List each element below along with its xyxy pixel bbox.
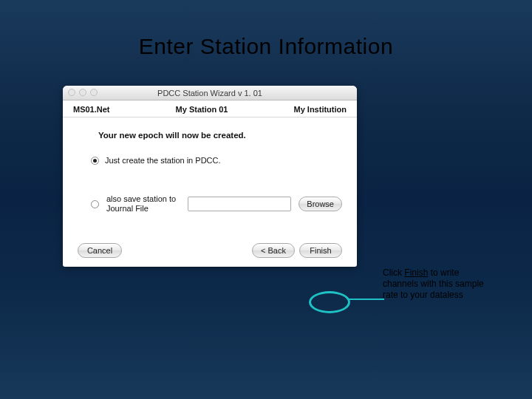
footer-row: Cancel < Back Finish [78, 243, 342, 258]
header-row: MS01.Net My Station 01 My Institution [63, 100, 357, 117]
callout-line [349, 299, 384, 300]
finish-button[interactable]: Finish [299, 243, 342, 258]
option-create-only-label: Just create the station in PDCC. [105, 156, 221, 165]
wizard-window: PDCC Station Wizard v 1. 01 MS01.Net My … [63, 86, 357, 267]
annotation-text: Click Finish to write channels with this… [383, 267, 486, 301]
header-institution: My Institution [294, 105, 347, 114]
minimize-icon[interactable] [79, 89, 86, 96]
anno-pre: Click [383, 267, 404, 278]
radio-icon[interactable] [91, 200, 99, 208]
header-network: MS01.Net [73, 105, 110, 114]
option-save-journal[interactable]: also save station to Journal File Browse [91, 194, 342, 214]
close-icon[interactable] [68, 89, 75, 96]
journal-path-field[interactable] [188, 197, 291, 211]
option-save-journal-label: also save station to Journal File [106, 194, 180, 214]
zoom-icon[interactable] [90, 89, 98, 96]
option-create-only[interactable]: Just create the station in PDCC. [91, 156, 342, 165]
slide-title: Enter Station Information [0, 0, 532, 59]
radio-icon[interactable] [91, 157, 99, 165]
back-button[interactable]: < Back [252, 243, 295, 258]
header-station: My Station 01 [176, 105, 228, 114]
window-titlebar: PDCC Station Wizard v 1. 01 [63, 86, 357, 100]
window-body: Your new epoch will now be created. Just… [63, 117, 357, 267]
traffic-lights [68, 89, 98, 96]
window-title: PDCC Station Wizard v 1. 01 [157, 89, 262, 98]
epoch-message: Your new epoch will now be created. [98, 131, 342, 140]
anno-emph: Finish [404, 267, 428, 278]
highlight-circle [309, 291, 350, 313]
browse-button[interactable]: Browse [299, 197, 342, 211]
cancel-button[interactable]: Cancel [78, 243, 122, 258]
